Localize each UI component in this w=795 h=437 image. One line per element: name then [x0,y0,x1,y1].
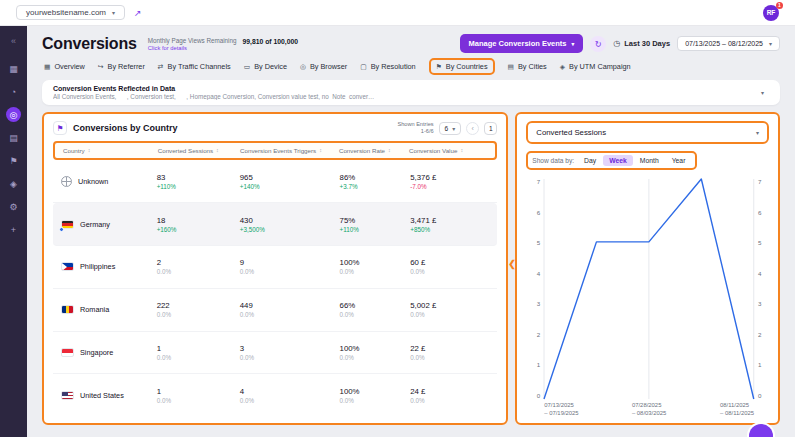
tab-by-countries[interactable]: ⚑By Countries [429,58,495,75]
goals-icon[interactable]: ◈ [6,176,21,191]
period-toggle: Show data by: DayWeekMonthYear [526,151,697,170]
dashboard-icon[interactable]: ▦ [6,61,21,76]
tab-by-browser[interactable]: ◎By Browser [300,62,347,71]
sort-icon: ↕ [216,147,219,153]
cell-value: 75% [340,216,411,225]
period-day[interactable]: Day [578,155,602,166]
cell-value: 5,002 £ [410,301,489,310]
tab-overview[interactable]: ▦Overview [44,62,85,71]
tab-label: By Countries [446,62,488,71]
tab-label: By Referrer [108,62,145,71]
cell-delta: 0.0% [240,354,340,361]
table-row[interactable]: United States10.0%40.0%100%0.0%24 £0.0% [53,374,497,416]
views-details-link[interactable]: Click for details [148,45,237,51]
table-cell: 18+160% [157,216,240,233]
refresh-button[interactable]: ↻ [590,36,606,52]
date-range-picker[interactable]: 07/13/2025 – 08/12/2025 ▾ [677,36,780,51]
column-header-label: Conversion Value [409,147,457,154]
main-content: Conversions Monthly Page Views Remaining… [27,26,795,437]
views-remaining-label: Monthly Page Views Remaining [148,37,237,44]
funnels-icon[interactable]: ▤ [6,130,21,145]
manage-conversion-events-button[interactable]: Manage Conversion Events ▾ [460,34,584,53]
tab-by-traffic-channels[interactable]: ⇄By Traffic Channels [158,62,231,71]
chevron-down-icon[interactable]: ▾ [756,86,769,99]
tab-by-device[interactable]: ▭By Device [244,62,287,71]
y-tick-label: 3 [758,301,769,307]
table-cell: 100%0.0% [340,387,411,404]
table-cell: 430+3,500% [240,216,340,233]
metric-select[interactable]: Converted Sessions ▾ [526,121,769,144]
tab-label: By Resolution [371,62,416,71]
column-header-conversion-events-triggers[interactable]: Conversion Events Triggers↕ [240,147,339,154]
collapse-sidebar-icon[interactable]: « [6,33,21,48]
conversions-icon[interactable]: ◎ [6,107,21,122]
x-axis-labels: 07/13/2025– 07/19/202507/28/2025– 08/03/… [544,399,754,416]
site-selector[interactable]: yourwebsitename.com ▾ [16,5,125,20]
flag-wrap [61,305,74,314]
sort-icon: ↕ [88,147,91,153]
period-year[interactable]: Year [666,155,692,166]
table-row[interactable]: Germany18+160%430+3,500%75%+110%3,471 £+… [53,203,497,246]
conversion-events-bar[interactable]: Conversion Events Reflected in Data All … [42,80,780,105]
table-title: Conversions by Country [73,123,178,133]
cell-value: 100% [340,344,411,353]
cell-value: 965 [240,173,340,182]
settings-icon[interactable]: ⚙ [6,199,21,214]
y-tick-label: 1 [758,362,769,368]
events-bar-summary: All Conversion Events, , Conversion test… [53,93,374,100]
cell-delta: -7.0% [410,183,489,190]
column-header-country[interactable]: Country↕ [63,147,158,154]
notification-badge: 1 [776,2,783,9]
table-row[interactable]: Philippines20.0%90.0%100%0.0%60 £0.0% [53,246,497,289]
tab-by-utm-campaign[interactable]: ◈By UTM Campaign [560,62,631,71]
line-chart: 76543210 76543210 07/13/2025– 07/19/2025… [526,179,769,416]
cell-value: 430 [240,216,340,225]
page-header: Conversions Monthly Page Views Remaining… [42,34,780,53]
period-month[interactable]: Month [634,155,665,166]
cell-value: 1 [157,387,240,396]
column-header-conversion-rate[interactable]: Conversion Rate↕ [339,147,409,154]
cell-value: 3,471 £ [410,216,489,225]
resize-handle-icon[interactable]: ❮ [508,259,516,269]
table-row[interactable]: Romania2220.0%4490.0%66%0.0%5,002 £0.0% [53,289,497,332]
table-header-row: Country↕Converted Sessions↕Conversion Ev… [53,141,497,160]
column-header-converted-sessions[interactable]: Converted Sessions↕ [158,147,240,154]
avatar[interactable]: RF 1 [763,5,779,21]
cell-delta: +110% [157,183,240,190]
country-name: United States [80,391,124,400]
tab-by-cities[interactable]: ▤By Cities [508,62,547,71]
table-row[interactable]: Unknown83+110%965+140%86%+3.7%5,376 £-7.… [53,161,497,204]
date-preset-label: Last 30 Days [624,39,670,48]
table-cell: 86%+3.7% [340,173,411,190]
country-name: Philippines [80,262,115,271]
period-week[interactable]: Week [603,155,633,166]
cell-delta: 0.0% [410,397,489,404]
tab-by-referrer[interactable]: ↪By Referrer [98,62,145,71]
table-row[interactable]: Singapore10.0%30.0%100%0.0%22 £0.0% [53,332,497,375]
table-cell: 5,002 £0.0% [410,301,489,318]
page-size-select[interactable]: 6 ▾ [439,122,462,135]
country-cell: Philippines [61,262,157,271]
cell-value: 449 [240,301,340,310]
avatar-initials: RF [767,9,776,16]
chevron-down-icon: ▾ [572,41,575,47]
prev-page-button[interactable]: ‹ [466,122,479,135]
show-data-by-label: Show data by: [532,157,574,164]
page-title: Conversions [42,35,137,53]
tab-by-resolution[interactable]: ▢By Resolution [360,62,415,71]
y-axis-right: 76543210 [758,179,769,399]
page-number-button[interactable]: 1 [484,122,497,135]
open-site-button[interactable]: ↗ [134,8,142,18]
column-header-conversion-value[interactable]: Conversion Value↕ [409,147,487,154]
y-tick-label: 7 [758,179,769,185]
table-cell: 2220.0% [157,301,240,318]
y-tick-label: 2 [758,332,769,338]
cell-delta: 0.0% [157,397,240,404]
tab-label: By UTM Campaign [569,62,631,71]
add-website-icon[interactable]: + [6,222,21,237]
sort-icon: ↕ [388,147,391,153]
table-cell: 75%+110% [340,216,411,233]
table-cell: 3,471 £+850% [410,216,489,233]
visitors-icon[interactable]: ◔ [6,84,21,99]
campaigns-icon[interactable]: ⚑ [6,153,21,168]
